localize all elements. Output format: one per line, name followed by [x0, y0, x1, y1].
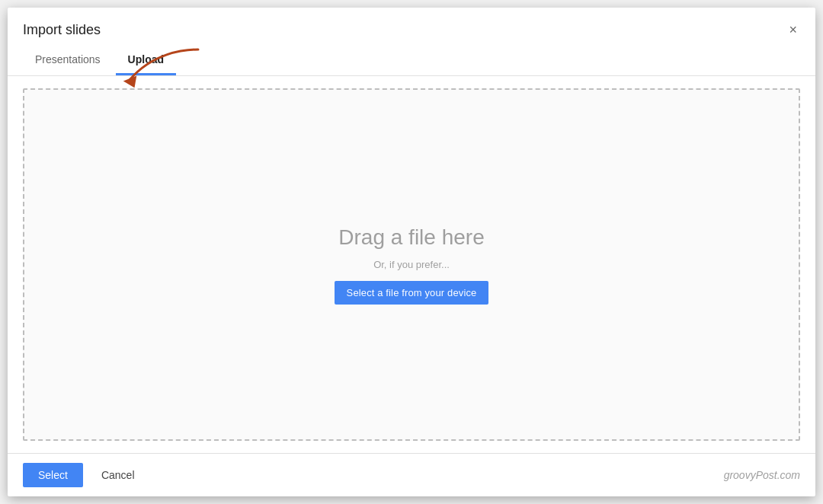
cancel-button[interactable]: Cancel [92, 463, 144, 487]
footer-actions: Select Cancel [23, 463, 144, 487]
tab-upload[interactable]: Upload [116, 46, 176, 75]
select-button[interactable]: Select [23, 463, 83, 487]
tab-presentations[interactable]: Presentations [23, 46, 113, 75]
drop-zone[interactable]: Drag a file here Or, if you prefer... Se… [23, 88, 800, 441]
close-button[interactable]: × [786, 20, 800, 40]
select-file-button[interactable]: Select a file from your device [335, 281, 489, 305]
dialog-footer: Select Cancel groovyPost.com [8, 453, 815, 496]
dialog-title: Import slides [23, 22, 101, 38]
or-text: Or, if you prefer... [373, 259, 450, 270]
dialog-header: Import slides × [8, 8, 815, 40]
drag-text: Drag a file here [338, 225, 484, 250]
import-slides-dialog: Import slides × Presentations Upload Dra… [8, 8, 815, 496]
brand-watermark: groovyPost.com [724, 469, 800, 481]
tabs-bar: Presentations Upload [8, 46, 815, 76]
dialog-body: Drag a file here Or, if you prefer... Se… [8, 76, 815, 453]
